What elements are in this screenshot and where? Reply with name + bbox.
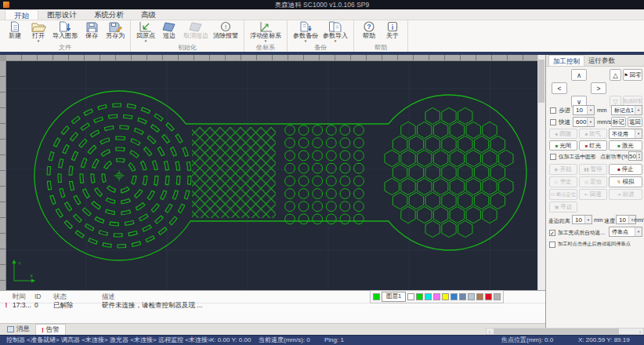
current-layer-swatch[interactable] (373, 293, 380, 300)
ribbon-button-go-origin[interactable]: 回原点▼ (134, 21, 157, 43)
simulate-button[interactable]: ↯模拟 (609, 176, 642, 187)
return-button[interactable]: 返回 (628, 117, 642, 127)
ribbon-button-float-coord[interactable]: 浮动坐标系▼ (248, 21, 284, 43)
edge-disabled-icon (188, 21, 204, 32)
fast-checkbox[interactable]: 快速 (550, 118, 570, 126)
layer-color-swatch-5[interactable] (450, 293, 458, 300)
ribbon-group-3: 参数备份▼参数导入▼备份 (288, 20, 354, 52)
panel-tab-0[interactable]: 加工控制 (548, 55, 584, 66)
only-selected-checkbox-box[interactable] (550, 154, 556, 160)
shutter-button[interactable]: ■光闸 (549, 140, 577, 151)
ribbon-group-2: 浮动坐标系▼坐标系 (244, 20, 288, 52)
import-icon (57, 21, 73, 32)
status-item-1: 调高器 <未连接> (61, 336, 108, 345)
gas-select[interactable]: 不使用▼ (609, 129, 642, 139)
status-item-7: 焦点位置(mm): 0.0 (501, 336, 553, 345)
chevron-down-icon: ▼ (635, 129, 642, 138)
dock-point-select[interactable]: 停靠点▼ (609, 227, 642, 237)
ribbon-button-save-as[interactable]: 另存为 (103, 21, 127, 39)
ribbon-button-save[interactable]: 保存 (80, 21, 103, 39)
dry-run-button: ▷空走 (549, 176, 577, 187)
horizontal-scrollbar-thumb[interactable] (494, 329, 619, 334)
layer-select-button[interactable]: 图层1 (382, 292, 406, 302)
panel-tab-1[interactable]: 运行参数 (584, 55, 619, 66)
save-icon (84, 21, 99, 32)
ribbon-button-param-backup[interactable]: 参数备份▼ (291, 21, 320, 43)
pause-button-icon: ▮▮ (584, 167, 589, 172)
layer-color-swatch-9[interactable] (485, 293, 492, 300)
ribbon-tab-0[interactable]: 开始 (5, 9, 38, 20)
ribbon-button-param-import[interactable]: 参数导入▼ (320, 21, 350, 43)
layer-color-swatch-3[interactable] (433, 293, 440, 300)
status-item-8: X: 200.59 Y: 89.19 (578, 336, 630, 345)
ribbon-button-cancel-edge-seek: 取消巡边 (181, 21, 211, 39)
log-tab-0[interactable]: 消息 (2, 324, 35, 335)
auto-return-checkbox-box[interactable]: ✓ (549, 230, 555, 236)
status-item-2: 激光器 <未连接> (110, 336, 157, 345)
auto-return-checkbox[interactable]: ✓加工完成后自动返... (549, 229, 605, 237)
ribbon-button-about[interactable]: i关于 (381, 21, 404, 39)
jog-left-button[interactable]: < (552, 82, 567, 94)
ribbon: 新建打开▼导入图形保存另存为文件回原点▼巡边取消巡边!清除报警初始化浮动坐标系▼… (0, 20, 644, 52)
status-item-3: 远程监控 <未连接> (158, 336, 212, 345)
ribbon-button-import-graphic[interactable]: 导入图形 (50, 21, 80, 39)
home-button[interactable]: ⚑回零 (623, 69, 642, 81)
layer-color-swatch-6[interactable] (459, 293, 466, 300)
only-selected-checkbox[interactable]: 仅加工选中图形 (550, 153, 596, 161)
step-checkbox-box[interactable] (550, 107, 556, 114)
layer-color-swatch-10[interactable] (494, 293, 501, 300)
ribbon-button-new[interactable]: 新建 (3, 21, 27, 39)
jog-up-button[interactable]: ∧ (571, 69, 587, 81)
breakpoint-locate-button: ⊡断点定位 (549, 189, 577, 200)
edge-distance-select[interactable]: 10▼ (572, 215, 592, 224)
folder-open-icon (31, 21, 46, 32)
svg-text:X: X (30, 274, 33, 278)
spinner-arrows-icon[interactable]: ▴▾ (636, 152, 642, 160)
cad-canvas[interactable]: YX (6, 61, 537, 290)
step-unit-label: mm (597, 107, 607, 114)
stop-button[interactable]: ■停止 (609, 164, 642, 175)
layer-color-swatch-8[interactable] (476, 293, 483, 300)
locate-button: ◎定位 (579, 176, 607, 187)
scroll-right-icon[interactable]: › (637, 329, 643, 334)
red-light-button[interactable]: ■红光 (579, 140, 607, 151)
step-checkbox[interactable]: 步进 (550, 107, 570, 114)
layer-color-swatch-1[interactable] (416, 293, 423, 300)
laser-button[interactable]: ■激光 (609, 140, 642, 151)
stop-return-checkbox-box[interactable] (549, 242, 555, 248)
ribbon-button-help[interactable]: ?帮助 (357, 21, 381, 39)
fast-speed-select[interactable]: 600▼ (573, 117, 595, 127)
burst-power-input[interactable]: 50▴▾ (628, 151, 642, 161)
scroll-left-icon[interactable]: ‹ (487, 329, 493, 334)
ribbon-tab-1[interactable]: 图形设计 (38, 9, 85, 20)
mark-point-select[interactable]: 标记点1▼ (611, 105, 642, 115)
chevron-down-icon: ▼ (334, 39, 337, 43)
layer-color-swatch-4[interactable] (442, 293, 449, 300)
fast-unit-label: mm/s (597, 118, 611, 125)
canvas-vertical-scrollbar-thumb[interactable] (538, 60, 545, 103)
backward-button-icon: ⇤ (584, 192, 588, 197)
ribbon-button-edge-seek[interactable]: 巡边 (157, 21, 181, 39)
ribbon-button-open[interactable]: 打开▼ (27, 21, 50, 43)
status-bar: 控制器 <准备就绪>调高器 <未连接>激光器 <未连接>远程监控 <未连接>X:… (0, 335, 644, 345)
step-size-select[interactable]: 10▼ (573, 105, 595, 115)
ribbon-button-clear-alarm[interactable]: !清除报警 (211, 21, 241, 39)
chevron-down-icon: ▼ (635, 227, 642, 236)
jog-right-button[interactable]: > (591, 82, 606, 94)
layer-color-swatch-7[interactable] (468, 293, 475, 300)
layer-color-swatch-0[interactable] (407, 293, 414, 300)
edge-seek-side-button-icon: ▣ (555, 205, 559, 209)
log-tab-1[interactable]: !告警 (35, 324, 66, 335)
ribbon-tab-3[interactable]: 高级 (132, 9, 165, 20)
ribbon-tab-2[interactable]: 系统分析 (85, 9, 132, 20)
app-icon (3, 2, 9, 8)
stop-return-checkbox[interactable]: 加工时点击停止后自动返回停靠点 (549, 241, 631, 248)
ribbon-tab-row: 开始图形设计系统分析高级 (0, 9, 644, 20)
top-ruler (6, 55, 537, 61)
layer-color-swatch-2[interactable] (425, 293, 432, 300)
locate-button-icon: ◎ (584, 180, 588, 184)
fast-checkbox-box[interactable] (550, 119, 556, 125)
z-plus-button[interactable]: △ (610, 69, 621, 81)
forward-button: ⇥前进 (609, 189, 642, 200)
mark-button[interactable]: 标记 (611, 117, 626, 127)
